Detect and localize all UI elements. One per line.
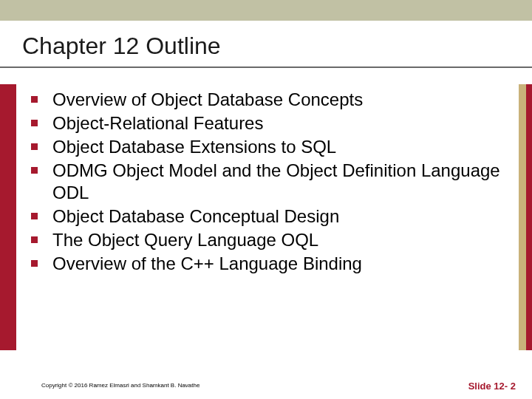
bullet-text: Object Database Conceptual Design <box>52 205 339 228</box>
bullet-text: Object-Relational Features <box>52 112 263 134</box>
list-item: Overview of the C++ Language Binding <box>31 253 504 275</box>
title-underline <box>0 66 532 68</box>
square-bullet-icon <box>31 236 38 243</box>
list-item: Overview of Object Database Concepts <box>31 89 504 111</box>
slide-title: Chapter 12 Outline <box>22 33 221 60</box>
slide: Chapter 12 Outline Overview of Object Da… <box>0 0 532 399</box>
bullet-text: Overview of the C++ Language Binding <box>52 253 362 275</box>
accent-bar-right-brown <box>519 84 526 350</box>
bullet-text: The Object Query Language OQL <box>52 229 318 251</box>
bullet-text: ODMG Object Model and the Object Definit… <box>52 160 504 204</box>
accent-bar-right-red <box>526 84 532 350</box>
list-item: The Object Query Language OQL <box>31 229 504 251</box>
slide-number: Slide 12- 2 <box>468 381 516 392</box>
accent-bar-left <box>0 84 16 350</box>
top-decorative-strip <box>0 0 532 21</box>
bullet-text: Object Database Extensions to SQL <box>52 136 336 158</box>
list-item: ODMG Object Model and the Object Definit… <box>31 160 504 204</box>
bullet-text: Overview of Object Database Concepts <box>52 89 363 111</box>
square-bullet-icon <box>31 143 38 150</box>
list-item: Object Database Extensions to SQL <box>31 136 504 158</box>
square-bullet-icon <box>31 96 38 103</box>
list-item: Object-Relational Features <box>31 112 504 134</box>
copyright-text: Copyright © 2016 Ramez Elmasri and Shamk… <box>41 382 200 389</box>
list-item: Object Database Conceptual Design <box>31 205 504 228</box>
square-bullet-icon <box>31 167 38 174</box>
bullet-list: Overview of Object Database Concepts Obj… <box>31 89 504 276</box>
square-bullet-icon <box>31 260 38 267</box>
square-bullet-icon <box>31 213 38 219</box>
body-area: Overview of Object Database Concepts Obj… <box>0 84 532 350</box>
square-bullet-icon <box>31 120 38 126</box>
